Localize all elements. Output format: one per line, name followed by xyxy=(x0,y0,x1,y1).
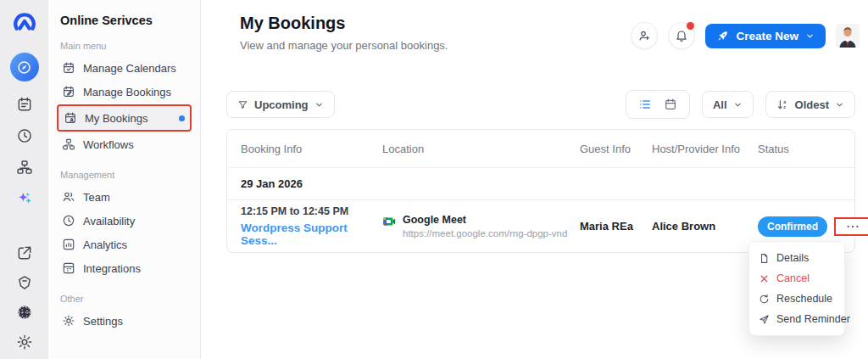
sidebar-item-settings[interactable]: Settings xyxy=(57,309,192,333)
column-header: Host/Provider Info xyxy=(652,143,758,155)
svg-text:a: a xyxy=(783,98,786,104)
booking-info-cell: 12:15 PM to 12:45 PM Wordpress Support S… xyxy=(241,205,382,247)
sidebar-section-label: Main menu xyxy=(57,41,192,51)
table-header-row: Booking Info Location Guest Info Host/Pr… xyxy=(227,130,854,167)
sidebar-item-label: Availability xyxy=(83,215,135,227)
menu-item-label: Send Reminder xyxy=(776,313,850,325)
integrations-icon xyxy=(62,261,75,275)
page-subtitle: View and manage your personal bookings. xyxy=(240,39,448,52)
column-header: Booking Info xyxy=(241,143,382,155)
page-title: My Bookings xyxy=(240,14,448,33)
sort-button[interactable]: az Oldest xyxy=(765,91,855,118)
send-icon xyxy=(759,314,770,325)
all-filter-button[interactable]: All xyxy=(702,91,754,118)
guest-name: Maria REa xyxy=(580,220,652,233)
sidebar-section-label: Management xyxy=(57,170,192,180)
rocket-icon xyxy=(716,30,729,42)
user-avatar[interactable] xyxy=(836,24,860,48)
location-name: Google Meet xyxy=(403,214,567,226)
list-view-button[interactable] xyxy=(637,97,653,112)
calendar-check-icon xyxy=(62,61,75,75)
sidebar-item-label: Workflows xyxy=(83,138,134,151)
notification-badge-dot xyxy=(687,22,694,30)
svg-text:z: z xyxy=(783,104,786,109)
gear-icon[interactable] xyxy=(15,333,33,351)
compass-icon[interactable] xyxy=(10,53,39,81)
add-user-button[interactable] xyxy=(631,22,658,49)
unread-dot xyxy=(179,115,185,121)
chevron-down-icon xyxy=(733,100,743,109)
sidebar-item-workflows[interactable]: Workflows xyxy=(57,132,192,156)
annotation-box-my-bookings: My Bookings xyxy=(57,104,192,132)
calendar-icon[interactable] xyxy=(15,95,33,113)
workflow-icon xyxy=(62,137,75,151)
list-icon xyxy=(638,98,652,111)
workspace-title: Online Serivces xyxy=(57,14,192,27)
amelia-logo-icon[interactable] xyxy=(12,10,37,34)
sidebar-section-label: Other xyxy=(57,294,192,304)
bookings-table: Booking Info Location Guest Info Host/Pr… xyxy=(226,129,855,253)
menu-item-details[interactable]: Details xyxy=(749,248,844,268)
calendar-edit-icon xyxy=(62,85,75,98)
chevron-down-icon xyxy=(314,100,324,109)
page-header: My Bookings View and manage your persona… xyxy=(240,14,448,52)
shield-icon[interactable] xyxy=(15,273,33,291)
sidebar-item-team[interactable]: Team xyxy=(57,185,192,209)
chevron-down-icon xyxy=(835,100,844,109)
host-name: Alice Brown xyxy=(652,220,758,233)
create-new-button[interactable]: Create New xyxy=(705,24,826,48)
ai-sparkles-icon[interactable] xyxy=(15,189,33,207)
sidebar-item-availability[interactable]: Availability xyxy=(57,209,192,233)
app-window: Online Serivces Main menu Manage Calenda… xyxy=(0,0,868,359)
more-actions-button[interactable] xyxy=(834,217,868,236)
sidebar-item-manage-calendars[interactable]: Manage Calendars xyxy=(57,56,192,80)
team-icon xyxy=(62,190,75,204)
google-meet-icon xyxy=(382,215,396,228)
refresh-icon xyxy=(759,294,770,305)
workflow-icon[interactable] xyxy=(15,158,33,176)
status-badge[interactable]: Confirmed xyxy=(758,216,827,237)
calendar-user-icon xyxy=(64,111,77,125)
icon-rail xyxy=(0,0,48,359)
sidebar-item-label: Integrations xyxy=(83,262,141,275)
menu-item-reschedule[interactable]: Reschedule xyxy=(749,289,844,309)
menu-item-label: Cancel xyxy=(776,272,810,284)
add-user-icon xyxy=(637,29,651,42)
ellipsis-icon xyxy=(846,224,860,229)
document-icon xyxy=(759,253,770,264)
column-header: Location xyxy=(382,143,580,155)
external-link-icon[interactable] xyxy=(15,244,33,261)
date-group-row: 29 Jan 2026 xyxy=(227,167,854,199)
booking-title-link[interactable]: Wordpress Support Sess... xyxy=(241,222,382,247)
menu-item-send-reminder[interactable]: Send Reminder xyxy=(749,309,844,329)
sidebar-item-integrations[interactable]: Integrations xyxy=(57,256,192,280)
globe-icon[interactable] xyxy=(15,303,33,321)
analytics-icon xyxy=(62,238,75,251)
main-content: My Bookings View and manage your persona… xyxy=(201,0,868,359)
create-new-label: Create New xyxy=(736,30,798,42)
notifications-button[interactable] xyxy=(668,22,695,49)
sidebar: Online Serivces Main menu Manage Calenda… xyxy=(48,0,201,359)
calendar-view-button[interactable] xyxy=(663,97,678,112)
menu-item-cancel[interactable]: Cancel xyxy=(749,268,844,289)
calendar-icon xyxy=(664,98,677,111)
menu-item-label: Details xyxy=(776,252,809,264)
all-filter-label: All xyxy=(713,98,727,111)
sidebar-item-manage-bookings[interactable]: Manage Bookings xyxy=(57,80,192,104)
menu-item-label: Reschedule xyxy=(776,293,832,305)
sort-az-icon: az xyxy=(776,98,789,111)
sidebar-item-label: Manage Calendars xyxy=(83,62,176,75)
clock-icon[interactable] xyxy=(15,126,33,144)
location-url[interactable]: https://meet.google.com/rng-dpgp-vnd xyxy=(403,228,567,238)
sidebar-item-my-bookings[interactable]: My Bookings xyxy=(58,106,190,130)
row-actions-menu: Details Cancel Reschedule Send Reminder xyxy=(748,241,845,336)
sort-label: Oldest xyxy=(795,98,829,111)
upcoming-filter-button[interactable]: Upcoming xyxy=(226,91,335,118)
header-actions: Create New xyxy=(631,22,860,49)
column-header: Guest Info xyxy=(580,143,652,155)
sidebar-item-analytics[interactable]: Analytics xyxy=(57,233,192,256)
location-cell: Google Meet https://meet.google.com/rng-… xyxy=(382,214,580,238)
sidebar-item-label: Team xyxy=(83,191,110,204)
clock-icon xyxy=(62,214,75,227)
booking-time: 12:15 PM to 12:45 PM xyxy=(241,205,382,217)
